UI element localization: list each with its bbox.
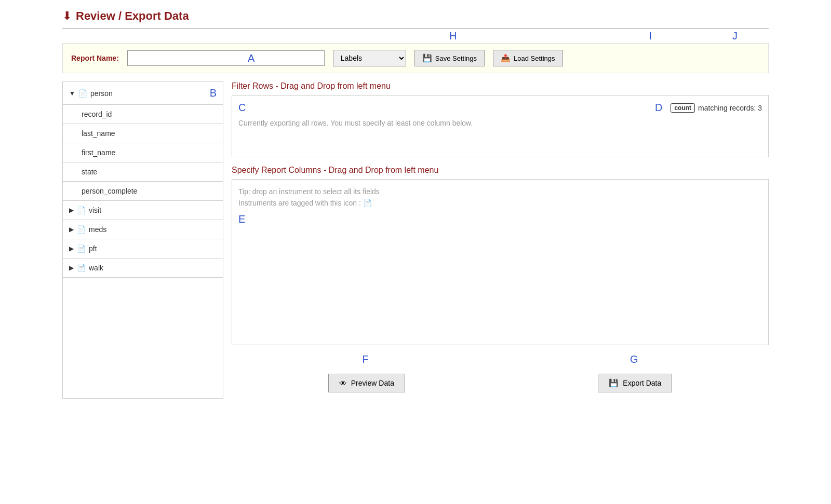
tree-label-visit: visit: [89, 206, 217, 214]
tree-label-state: state: [82, 168, 217, 176]
doc-icon-meds: 📄: [77, 225, 86, 234]
report-name-label: Report Name:: [71, 54, 119, 62]
bottom-section: F G 👁 Preview Data 💾 Export Data: [232, 353, 769, 399]
letter-A: A: [248, 52, 254, 64]
tree-item-last-name[interactable]: last_name: [63, 124, 223, 143]
letter-G: G: [630, 353, 638, 365]
filter-section: Filter Rows - Drag and Drop from left me…: [232, 81, 769, 157]
bottom-letters: F G: [232, 353, 769, 365]
letter-C: C: [238, 102, 246, 114]
letter-B: B: [210, 87, 217, 99]
save-settings-button[interactable]: 💾 Save Settings: [414, 50, 485, 66]
doc-icon-person: 📄: [78, 89, 87, 98]
count-badge[interactable]: count: [671, 103, 695, 113]
save-settings-label: Save Settings: [435, 55, 477, 62]
filter-placeholder-text: Currently exporting all rows. You must s…: [238, 118, 762, 129]
doc-icon-visit: 📄: [77, 206, 86, 214]
doc-icon-walk: 📄: [77, 264, 86, 272]
count-area: D count matching records: 3: [655, 102, 762, 114]
load-icon: 📤: [501, 53, 511, 63]
filter-section-title: Filter Rows - Drag and Drop from left me…: [232, 81, 769, 91]
tree-label-person: person: [90, 89, 207, 98]
save-icon: 💾: [422, 53, 432, 63]
page-title: Review / Export Data: [76, 9, 189, 23]
export-data-button[interactable]: 💾 Export Data: [598, 374, 672, 392]
doc-icon-tip: 📄: [363, 199, 372, 207]
tree-label-record-id: record_id: [82, 110, 217, 118]
tree-label-last-name: last_name: [82, 129, 217, 138]
doc-icon-pft: 📄: [77, 244, 86, 253]
columns-section: Specify Report Columns - Drag and Drop f…: [232, 166, 769, 345]
export-label: Export Data: [623, 379, 661, 387]
tree-item-person[interactable]: ▼ 📄 person B: [63, 82, 223, 105]
tree-item-first-name[interactable]: first_name: [63, 143, 223, 162]
chevron-right-icon-pft: ▶: [69, 245, 74, 252]
tree-item-walk[interactable]: ▶ 📄 walk: [63, 258, 223, 278]
filter-drop-zone[interactable]: C D count matching records: 3 Currently …: [232, 95, 769, 157]
tree-label-meds: meds: [89, 225, 217, 234]
tree-item-state[interactable]: state: [63, 162, 223, 182]
letter-J: J: [732, 30, 738, 42]
chevron-right-icon-walk: ▶: [69, 264, 74, 271]
columns-drop-zone[interactable]: Tip: drop an instrument to select all it…: [232, 179, 769, 345]
load-settings-button[interactable]: 📤 Load Settings: [493, 50, 563, 66]
tree-item-visit[interactable]: ▶ 📄 visit: [63, 201, 223, 220]
columns-tip-line1: Tip: drop an instrument to select all it…: [238, 187, 380, 196]
eye-icon: 👁: [339, 379, 347, 388]
export-icon: ⬇: [62, 9, 72, 23]
tree-item-meds[interactable]: ▶ 📄 meds: [63, 220, 223, 239]
filter-header: C D count matching records: 3: [238, 102, 762, 114]
chevron-down-icon: ▼: [69, 90, 75, 97]
letter-I: I: [649, 30, 652, 42]
page-header: ⬇ Review / Export Data: [62, 5, 769, 29]
load-settings-label: Load Settings: [514, 55, 555, 62]
left-panel: ▼ 📄 person B record_id last_name first_n…: [62, 81, 223, 399]
columns-section-title: Specify Report Columns - Drag and Drop f…: [232, 166, 769, 175]
report-name-input[interactable]: [127, 50, 325, 66]
matching-records-text: matching records: 3: [698, 104, 762, 112]
bottom-buttons: 👁 Preview Data 💾 Export Data: [232, 367, 769, 399]
letter-D: D: [655, 102, 662, 114]
letter-E: E: [238, 213, 762, 225]
tree-label-walk: walk: [89, 264, 217, 272]
tree-label-person-complete: person_complete: [82, 187, 217, 195]
download-icon: 💾: [609, 378, 619, 388]
tree-item-record-id[interactable]: record_id: [63, 105, 223, 124]
top-bar: Report Name: A Labels Variable Names Bot…: [62, 43, 769, 73]
letter-H: H: [449, 30, 457, 42]
main-layout: ▼ 📄 person B record_id last_name first_n…: [62, 81, 769, 399]
tree-label-first-name: first_name: [82, 148, 217, 157]
columns-tip: Tip: drop an instrument to select all it…: [238, 186, 762, 209]
columns-tip-line2: Instruments are tagged with this icon : …: [238, 199, 372, 207]
right-panel: Filter Rows - Drag and Drop from left me…: [232, 81, 769, 399]
letter-F: F: [363, 353, 369, 365]
tree-item-person-complete[interactable]: person_complete: [63, 182, 223, 201]
preview-label: Preview Data: [351, 379, 394, 387]
chevron-right-icon-meds: ▶: [69, 226, 74, 233]
tree-label-pft: pft: [89, 244, 217, 253]
preview-data-button[interactable]: 👁 Preview Data: [328, 374, 405, 392]
tree-item-pft[interactable]: ▶ 📄 pft: [63, 239, 223, 258]
labels-dropdown[interactable]: Labels Variable Names Both: [333, 50, 406, 66]
chevron-right-icon-visit: ▶: [69, 207, 74, 214]
